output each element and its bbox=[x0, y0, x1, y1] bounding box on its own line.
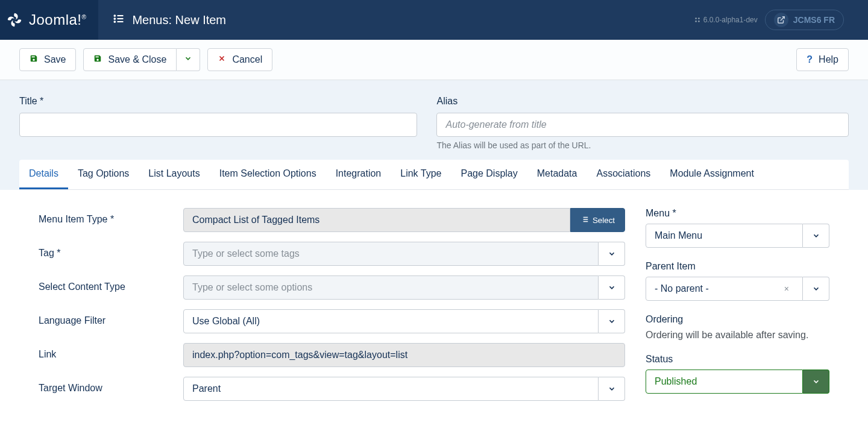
svg-point-7 bbox=[698, 17, 700, 19]
tab-details[interactable]: Details bbox=[19, 160, 68, 189]
site-name: JCMS6 FR bbox=[793, 15, 835, 25]
menu-label: Menu * bbox=[646, 208, 829, 219]
target-window-label: Target Window bbox=[39, 377, 183, 394]
svg-point-8 bbox=[695, 20, 697, 22]
page-title: Menus: New Item bbox=[132, 13, 226, 27]
svg-point-9 bbox=[698, 20, 700, 22]
content-type-select[interactable]: Type or select some options bbox=[183, 275, 599, 300]
save-close-button[interactable]: Save & Close bbox=[83, 48, 177, 71]
svg-line-10 bbox=[781, 17, 784, 20]
menu-item-type-label: Menu Item Type * bbox=[39, 208, 183, 225]
tag-label: Tag * bbox=[39, 242, 183, 259]
svg-point-5 bbox=[115, 21, 116, 22]
tab-metadata[interactable]: Metadata bbox=[527, 160, 587, 189]
alias-help-text: The Alias will be used as part of the UR… bbox=[436, 140, 849, 150]
svg-point-4 bbox=[115, 18, 116, 19]
list-icon bbox=[580, 215, 589, 225]
tab-tag-options[interactable]: Tag Options bbox=[68, 160, 139, 189]
content-type-label: Select Content Type bbox=[39, 275, 183, 292]
parent-item-label: Parent Item bbox=[646, 261, 829, 272]
menu-item-type-select-button[interactable]: Select bbox=[570, 208, 625, 232]
chevron-down-icon bbox=[184, 54, 192, 65]
status-select[interactable]: Published bbox=[646, 370, 803, 394]
menu-select[interactable]: Main Menu bbox=[646, 224, 803, 248]
save-button[interactable]: Save bbox=[19, 48, 76, 71]
save-icon bbox=[93, 54, 102, 65]
tag-select[interactable]: Type or select some tags bbox=[183, 242, 599, 266]
tag-caret[interactable] bbox=[599, 242, 625, 266]
language-filter-select[interactable]: Use Global (All) bbox=[183, 309, 599, 333]
content-type-caret[interactable] bbox=[599, 275, 625, 300]
tabs: Details Tag Options List Layouts Item Se… bbox=[19, 160, 849, 190]
status-label: Status bbox=[646, 354, 829, 365]
status-caret[interactable] bbox=[803, 370, 829, 394]
tab-associations[interactable]: Associations bbox=[587, 160, 660, 189]
tab-list-layouts[interactable]: List Layouts bbox=[139, 160, 209, 189]
tab-integration[interactable]: Integration bbox=[326, 160, 391, 189]
language-filter-label: Language Filter bbox=[39, 309, 183, 326]
ordering-text: Ordering will be available after saving. bbox=[646, 330, 829, 341]
svg-point-3 bbox=[115, 15, 116, 16]
version-badge: 6.0.0-alpha1-dev bbox=[694, 16, 758, 24]
link-label: Link bbox=[39, 343, 183, 360]
close-icon bbox=[218, 54, 226, 65]
target-window-caret[interactable] bbox=[599, 377, 625, 401]
ordering-label: Ordering bbox=[646, 314, 829, 325]
joomla-mini-icon bbox=[694, 16, 701, 24]
menu-item-type-value: Compact List of Tagged Items bbox=[183, 208, 570, 232]
alias-label: Alias bbox=[436, 96, 849, 107]
title-label: Title * bbox=[19, 96, 417, 107]
target-window-select[interactable]: Parent bbox=[183, 377, 599, 401]
external-link-icon bbox=[774, 13, 788, 27]
svg-point-6 bbox=[695, 17, 697, 19]
alias-input[interactable] bbox=[436, 113, 849, 137]
save-icon bbox=[30, 54, 38, 65]
parent-item-caret[interactable] bbox=[803, 277, 829, 301]
parent-item-select[interactable]: - No parent - × bbox=[646, 277, 803, 301]
clear-parent-icon[interactable]: × bbox=[779, 284, 794, 294]
site-link-pill[interactable]: JCMS6 FR bbox=[765, 10, 844, 30]
link-value: index.php?option=com_tags&view=tag&layou… bbox=[183, 343, 625, 367]
joomla-logo-icon bbox=[6, 11, 23, 28]
save-dropdown-button[interactable] bbox=[177, 48, 200, 71]
language-filter-caret[interactable] bbox=[599, 309, 625, 333]
list-icon bbox=[113, 13, 125, 27]
logo-text: Joomla!® bbox=[29, 11, 86, 28]
tab-page-display[interactable]: Page Display bbox=[451, 160, 527, 189]
tab-link-type[interactable]: Link Type bbox=[391, 160, 451, 189]
question-icon: ? bbox=[807, 54, 813, 65]
title-input[interactable] bbox=[19, 113, 417, 137]
tab-item-selection[interactable]: Item Selection Options bbox=[210, 160, 326, 189]
logo[interactable]: Joomla!® bbox=[0, 0, 98, 40]
tab-module-assignment[interactable]: Module Assignment bbox=[660, 160, 764, 189]
cancel-button[interactable]: Cancel bbox=[207, 48, 272, 71]
help-button[interactable]: ? Help bbox=[796, 48, 849, 71]
menu-caret[interactable] bbox=[803, 224, 829, 248]
